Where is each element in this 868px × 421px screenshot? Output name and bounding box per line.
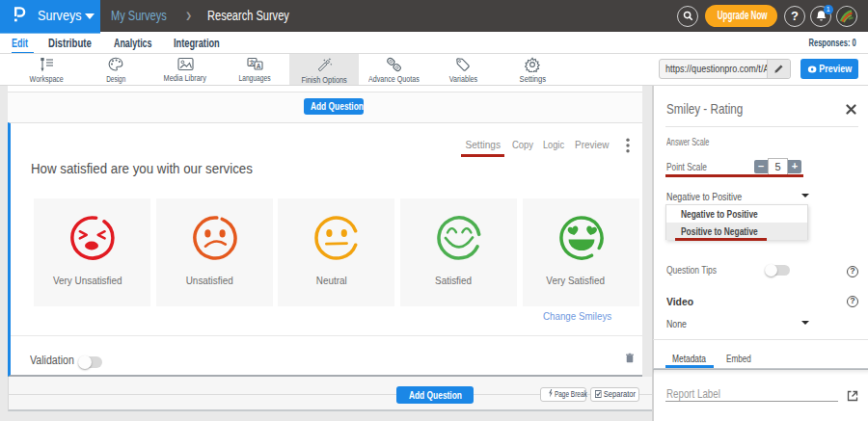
svg-text:文: 文: [248, 59, 255, 66]
svg-text:A: A: [256, 63, 260, 69]
